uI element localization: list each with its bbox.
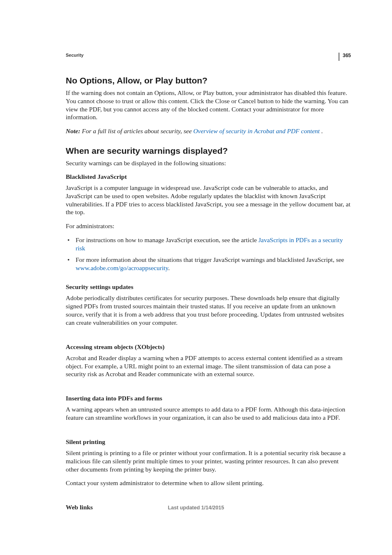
- subhead-silent-printing: Silent printing: [66, 438, 351, 446]
- note-block: Note: For a full list of articles about …: [66, 127, 351, 135]
- body-text: For administrators:: [66, 222, 351, 230]
- body-text: Silent printing is printing to a file or…: [66, 449, 351, 473]
- heading-when-displayed: When are security warnings displayed?: [66, 146, 351, 156]
- list-item-text: For instructions on how to manage JavaSc…: [76, 236, 258, 243]
- page-number: 365: [339, 53, 351, 61]
- subhead-blacklisted-js: Blacklisted JavaScript: [66, 173, 351, 180]
- body-text: JavaScript is a computer language in wid…: [66, 184, 351, 216]
- body-text: Acrobat and Reader display a warning whe…: [66, 354, 351, 378]
- list-item-text: For more information about the situation…: [76, 256, 344, 263]
- link-overview-security[interactable]: Overview of security in Acrobat and PDF …: [193, 127, 320, 134]
- list-item-text-post: .: [168, 264, 170, 271]
- section-header: Security: [66, 53, 351, 58]
- list-item: For instructions on how to manage JavaSc…: [66, 236, 351, 252]
- body-text: Security warnings can be displayed in th…: [66, 159, 351, 167]
- admin-bullet-list: For instructions on how to manage JavaSc…: [66, 236, 351, 272]
- note-body-post: .: [320, 127, 323, 134]
- list-item: For more information about the situation…: [66, 256, 351, 272]
- subhead-inserting-data: Inserting data into PDFs and forms: [66, 395, 351, 402]
- subhead-security-updates: Security settings updates: [66, 283, 351, 291]
- link-acroappsecurity[interactable]: www.adobe.com/go/acroappsecurity: [76, 264, 168, 271]
- body-text: A warning appears when an untrusted sour…: [66, 405, 351, 422]
- body-text: Contact your system administrator to det…: [66, 479, 351, 487]
- note-body-pre: For a full list of articles about securi…: [82, 127, 193, 134]
- page-footer: Last updated 1/14/2015: [0, 505, 392, 511]
- body-text: If the warning does not contain an Optio…: [66, 89, 351, 121]
- heading-no-options: No Options, Allow, or Play button?: [66, 76, 351, 86]
- body-text: Adobe periodically distributes certifica…: [66, 294, 351, 326]
- note-label: Note:: [66, 127, 82, 134]
- subhead-xobjects: Accessing stream objects (XObjects): [66, 343, 351, 351]
- page-body: 365 Security No Options, Allow, or Play …: [0, 0, 392, 511]
